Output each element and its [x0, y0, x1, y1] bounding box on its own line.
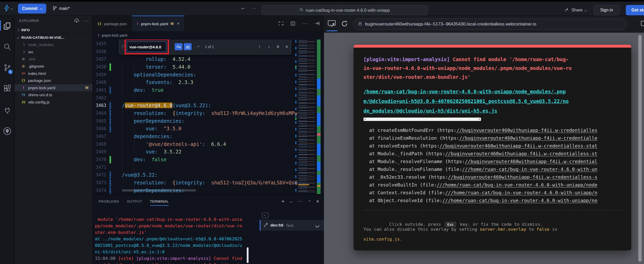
overlay-horizontal-scrollbar[interactable] [363, 118, 481, 121]
file-item-package-json[interactable]: {}package.json [15, 77, 93, 84]
sidebar-item-source-control[interactable]: 1 [0, 60, 15, 75]
stack-link[interactable]: ///home/ruan-cat/bug-in-vue-router-4.6.0… [442, 198, 597, 203]
whole-word-toggle[interactable]: ab [184, 43, 192, 50]
code-line[interactable]: 3466 vue: ^3.5.0 [93, 125, 324, 133]
code-line[interactable]: 3457 rollup: 4.52.4 [93, 55, 324, 63]
code-editor[interactable]: 345534563457 rollup: 4.52.43458 terser: … [93, 40, 324, 194]
terminal-scrollbar[interactable] [247, 247, 249, 263]
code-line[interactable]: 3473 resolution: {integrity: sha512-toaZ… [93, 179, 324, 187]
next-match-icon[interactable]: ↓ [268, 40, 270, 55]
sidebar-item-extensions[interactable] [0, 81, 15, 96]
cloud-download-icon[interactable] [74, 18, 79, 24]
sidebar-item-remote[interactable] [0, 103, 15, 118]
more-actions-icon[interactable]: ··· [298, 199, 303, 204]
close-find-icon[interactable]: × [285, 40, 288, 55]
code-line[interactable]: 3461 dev: true [93, 86, 324, 94]
code-line[interactable]: 3465 peerDependencies: [93, 117, 324, 125]
diff-gutter-marker [109, 156, 111, 163]
match-case-toggle[interactable]: Aa [175, 43, 183, 50]
stack-link[interactable]: ///home/ruan-cat/bug-in-vue-router-4.6.0… [445, 190, 597, 195]
sidebar-item-github[interactable] [0, 124, 15, 138]
commit-button[interactable]: Commit [18, 4, 46, 14]
file-item-src[interactable]: src [15, 48, 93, 56]
tab-output[interactable]: OUTPUT [127, 194, 142, 208]
error-file-link[interactable]: /home/ruan-cat/bug-in-vue-router-4.6.0-w… [363, 87, 569, 116]
collapse-find-icon[interactable] [121, 45, 124, 48]
share-button[interactable]: Share [565, 7, 587, 13]
back-icon[interactable]: ← [240, 5, 246, 11]
forward-icon[interactable]: → [251, 5, 257, 11]
stack-link[interactable]: //buginvuerouter460withuniapp-f4ii.w-cre… [445, 151, 597, 156]
file-item--env[interactable]: .env [15, 55, 93, 63]
file-item-shims-uni-d-ts[interactable]: TSshims-uni.d.ts [15, 91, 93, 99]
regex-toggle[interactable]: .* [193, 43, 201, 50]
get-started-button[interactable]: Get started [626, 5, 644, 15]
sign-in-button[interactable]: Sign in [594, 5, 620, 15]
code-line[interactable]: 3474 peerDependencies: [93, 187, 324, 194]
stackblitz-logo-icon[interactable] [4, 4, 9, 13]
section-info[interactable]: INFO [15, 26, 93, 34]
logo-chevron-icon[interactable] [11, 7, 13, 10]
code-line[interactable]: 3459 optionalDependencies: [93, 71, 324, 79]
code-line[interactable]: 3470 dev: false [93, 156, 324, 164]
close-icon[interactable]: × [177, 21, 180, 26]
code-line[interactable]: 3468 '@vue/devtools-api': 6.6.4 [93, 140, 324, 148]
stack-link[interactable]: //buginvuerouter460withuniapp-f4ii.w-cre… [459, 135, 597, 141]
tab-package-json[interactable]: {} package.json [93, 16, 132, 31]
branch-indicator[interactable]: main* [53, 6, 70, 11]
tab-pnpm-lock-yaml[interactable]: ! pnpm-lock.yaml M × [132, 16, 184, 31]
stack-link[interactable]: ///home/ruan-cat/bug-in-vue-router-4.6.0… [462, 166, 597, 172]
code-line[interactable]: 3467 dependencies: [93, 133, 324, 140]
code-line[interactable]: 3472/vue@3.5.22: [93, 171, 324, 179]
sidebar-item-search[interactable] [0, 40, 15, 54]
tab-problems[interactable]: PROBLEMS [99, 194, 119, 208]
stack-link[interactable]: //buginvuerouter460withuniapp-f4ii.w-cre… [457, 127, 597, 133]
stack-link[interactable]: //buginvuerouter460withuniapp-f4ii.w-cre… [440, 143, 597, 149]
page-scrollbar[interactable] [638, 35, 642, 262]
diff-gutter-marker [109, 171, 111, 179]
breadcrumb[interactable]: ! pnpm-lock.yaml [93, 31, 324, 40]
stack-link[interactable]: ///home/ruan-cat/bug-in-vue-router-4.6.0… [437, 182, 597, 188]
more-actions-icon[interactable]: ··· [83, 18, 89, 24]
terminal-task-item[interactable]: dev:h5 Task [260, 220, 324, 231]
preview-edge-icon[interactable] [641, 20, 644, 28]
code-line[interactable]: 3462 [93, 94, 324, 102]
project-search-bar[interactable]: ruan-cat/bug-in-vue-router-4.6.0-with-un… [261, 5, 428, 15]
terminal-profile-chevron-icon[interactable] [290, 200, 292, 203]
code-line[interactable]: 3464 resolution: {integrity: sha512-YRrW… [93, 110, 324, 117]
file-item-node-modules[interactable]: node_modules [15, 41, 93, 48]
file-item-pnpm-lock-yaml[interactable]: !pnpm-lock.yamlM [15, 84, 93, 92]
open-changes-icon[interactable] [278, 21, 284, 26]
find-in-selection-icon[interactable]: ≡ [277, 40, 279, 55]
tab-terminal[interactable]: TERMINAL [150, 194, 169, 208]
terminal-viewport[interactable]: module '/home/ruan-cat/bug-in-vue-router… [93, 208, 324, 264]
stack-link[interactable]: //buginvuerouter460withuniapp-f4ii.w-cre… [465, 159, 597, 164]
code-line[interactable]: 3463/vue-router@4.6.0(vue@3.5.22): [93, 102, 324, 110]
terminal-panel-icon[interactable]: >_ [262, 213, 269, 218]
minimap-added-marker [295, 66, 296, 68]
file-item-vite-config-js[interactable]: JSvite.config.js [15, 99, 93, 106]
more-actions-icon[interactable]: ··· [302, 21, 308, 26]
section-project[interactable]: RUAN-CAT/BUG-IN-VUE... [15, 34, 93, 41]
sidebar-item-explorer[interactable] [0, 19, 15, 33]
refresh-icon[interactable] [341, 20, 348, 28]
split-editor-icon[interactable] [290, 21, 295, 26]
open-editors-icon[interactable] [315, 21, 320, 26]
code-line[interactable]: 3460 fsevents: 2.3.3 [93, 79, 324, 86]
preview-page[interactable]: [plugin:vite:import-analysis] Cannot fin… [324, 33, 644, 264]
stack-link[interactable]: //buginvuerouter460withuniapp-f4ii.w-cre… [448, 174, 597, 180]
find-input[interactable] [127, 42, 166, 52]
minimap[interactable] [297, 40, 316, 193]
maximize-panel-icon[interactable] [308, 200, 311, 203]
code-line[interactable]: 3469 vue: 3.5.22 [93, 148, 324, 156]
url-bar[interactable]: buginvuerouter460withuniapp-f4ii--5173--… [353, 18, 627, 30]
preview-device-icon[interactable] [328, 20, 336, 28]
close-panel-icon[interactable]: × [316, 198, 319, 204]
code-line[interactable]: 3471 [93, 164, 324, 171]
prev-match-icon[interactable]: ↑ [258, 40, 261, 55]
file-item-index-html[interactable]: <>index.html [15, 70, 93, 77]
code-text: dev: false [122, 156, 167, 164]
code-line[interactable]: 3458 terser: 5.44.0 [93, 63, 324, 71]
new-terminal-icon[interactable]: + [281, 198, 284, 204]
file-item--gitignore[interactable]: .gitignore [15, 63, 93, 70]
